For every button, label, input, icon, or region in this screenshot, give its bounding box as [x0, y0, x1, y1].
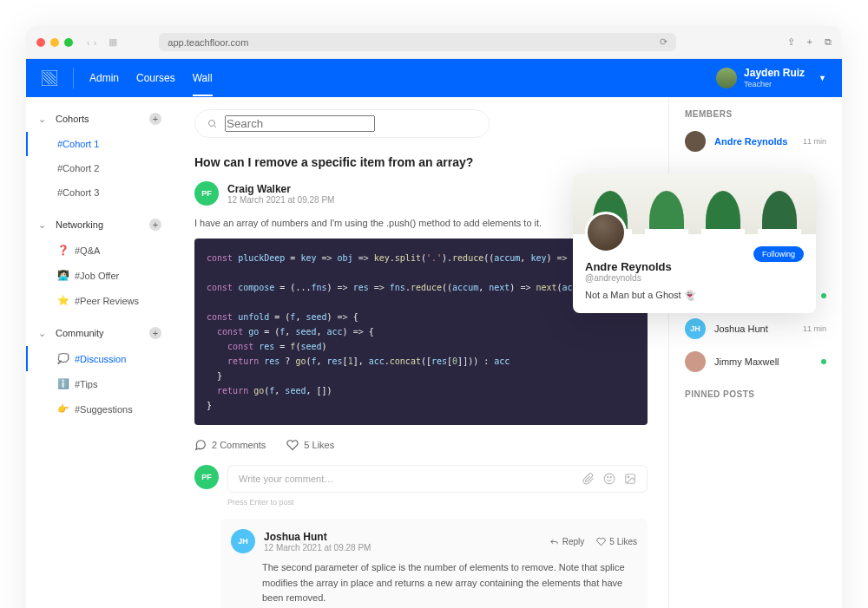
sidebar-item-suggestions[interactable]: 👉#Suggestions — [26, 396, 174, 422]
member-time: 11 min — [803, 137, 826, 146]
sidebar-section-community[interactable]: ⌄ Community + — [26, 320, 174, 346]
sidebar-item-qa[interactable]: ❓#Q&A — [26, 238, 174, 263]
forward-icon[interactable]: › — [94, 37, 97, 48]
user-menu[interactable]: Jayden Ruiz Teacher ▼ — [716, 67, 826, 88]
heart-icon — [286, 439, 299, 451]
app-topbar: Admin Courses Wall Jayden Ruiz Teacher ▼ — [26, 59, 842, 97]
popover-avatar[interactable] — [585, 212, 627, 253]
reply-date: 12 March 2021 at 09.28 PM — [264, 543, 371, 552]
member-row[interactable]: Jimmy Maxwell — [685, 351, 826, 372]
sidebar-section-cohorts[interactable]: ⌄ Cohorts + — [26, 106, 174, 132]
add-community-button[interactable]: + — [149, 327, 161, 339]
member-name: Andre Reynolds — [714, 136, 794, 147]
nav-admin[interactable]: Admin — [89, 60, 119, 96]
member-row[interactable]: JH Joshua Hunt 11 min — [685, 318, 826, 339]
member-row[interactable]: Andre Reynolds 11 min — [685, 131, 826, 152]
reply-likes[interactable]: 5 Likes — [596, 537, 637, 546]
chevron-down-icon: ▼ — [819, 74, 826, 82]
back-icon[interactable]: ‹ — [87, 37, 90, 48]
maximize-window-button[interactable] — [64, 38, 73, 47]
popover-handle: @andreynolds — [585, 273, 804, 283]
popover-bio: Not a Man but a Ghost 👻 — [585, 290, 804, 301]
sidebar-section-networking[interactable]: ⌄ Networking + — [26, 212, 174, 238]
comment-hint: Press Enter to post — [227, 498, 648, 507]
sidebar-item-tips[interactable]: ℹ️#Tips — [26, 371, 174, 396]
star-icon: ⭐ — [57, 295, 69, 306]
emoji-icon[interactable] — [603, 473, 615, 485]
reply-button[interactable]: Reply — [549, 537, 585, 546]
url-text: app.teachfloor.com — [168, 37, 248, 48]
likes-count[interactable]: 5 Likes — [286, 439, 334, 451]
comment-icon — [194, 439, 207, 451]
sidebar-item-job-offer[interactable]: 👩🏻‍💻#Job Offer — [26, 263, 174, 288]
svg-point-1 — [209, 120, 215, 126]
nav-courses[interactable]: Courses — [136, 60, 175, 96]
user-name: Jayden Ruiz — [744, 67, 805, 79]
attachment-icon[interactable] — [582, 473, 595, 485]
person-icon: 👩🏻‍💻 — [57, 270, 69, 281]
reply-author-name[interactable]: Joshua Hunt — [264, 531, 371, 543]
member-avatar — [685, 131, 706, 152]
add-cohort-button[interactable]: + — [149, 113, 161, 125]
post-author-avatar[interactable]: PF — [194, 181, 219, 206]
browser-titlebar: ‹ › ▦ app.teachfloor.com ⟳ ⇪ + ⧉ — [26, 26, 842, 59]
sidebar-item-cohort-2[interactable]: #Cohort 2 — [26, 156, 174, 180]
reply-author-avatar[interactable]: JH — [231, 529, 255, 553]
sidebar: ⌄ Cohorts + #Cohort 1 #Cohort 2 #Cohort … — [26, 97, 174, 608]
minimize-window-button[interactable] — [50, 38, 59, 47]
chevron-down-icon: ⌄ — [38, 114, 47, 125]
tabs-icon[interactable]: ⧉ — [825, 36, 832, 48]
reply-icon — [549, 537, 559, 546]
user-role: Teacher — [744, 80, 805, 89]
new-tab-icon[interactable]: + — [807, 36, 812, 48]
chat-icon: 💭 — [57, 353, 69, 364]
popover-name: Andre Reynolds — [585, 260, 804, 273]
sidebar-item-cohort-3[interactable]: #Cohort 3 — [26, 180, 174, 205]
sidebar-item-peer-reviews[interactable]: ⭐#Peer Reviews — [26, 288, 174, 313]
svg-point-3 — [608, 477, 608, 478]
search-field[interactable] — [225, 115, 375, 132]
info-icon: ℹ️ — [57, 378, 69, 389]
sidebar-item-discussion[interactable]: 💭#Discussion — [26, 346, 174, 371]
online-indicator — [821, 359, 826, 364]
member-name: Joshua Hunt — [714, 324, 794, 334]
post-title: How can I remove a specific item from an… — [194, 155, 648, 169]
svg-point-6 — [628, 476, 629, 478]
svg-point-4 — [610, 477, 611, 478]
profile-popover: Following Andre Reynolds @andreynolds No… — [573, 173, 816, 313]
follow-button[interactable]: Following — [753, 246, 804, 262]
user-avatar — [716, 68, 737, 88]
post-date: 12 March 2021 at 09.28 PM — [227, 195, 334, 205]
share-icon[interactable]: ⇪ — [787, 36, 795, 48]
member-name: Jimmy Maxwell — [714, 356, 812, 367]
member-avatar: JH — [685, 318, 706, 339]
member-avatar — [685, 351, 706, 372]
heart-icon — [596, 537, 606, 546]
members-title: MEMBERS — [685, 109, 826, 119]
nav-wall[interactable]: Wall — [193, 60, 213, 96]
search-input[interactable] — [194, 109, 490, 138]
url-bar[interactable]: app.teachfloor.com ⟳ — [159, 33, 675, 51]
member-time: 11 min — [803, 324, 826, 333]
pinned-posts-title: PINNED POSTS — [685, 389, 826, 399]
chevron-down-icon: ⌄ — [38, 328, 47, 339]
app-logo — [42, 70, 57, 86]
svg-point-2 — [604, 474, 615, 484]
sidebar-item-cohort-1[interactable]: #Cohort 1 — [26, 132, 174, 156]
comment-input[interactable] — [227, 465, 648, 493]
point-icon: 👉 — [57, 403, 69, 415]
reply-card: JH Joshua Hunt 12 March 2021 at 09.28 PM… — [220, 519, 648, 608]
close-window-button[interactable] — [36, 38, 45, 47]
comments-count[interactable]: 2 Comments — [194, 439, 266, 451]
sidebar-toggle-icon[interactable]: ▦ — [108, 36, 117, 48]
question-icon: ❓ — [57, 245, 69, 256]
add-networking-button[interactable]: + — [149, 219, 161, 231]
online-indicator — [821, 293, 826, 298]
reply-text: The second parameter of splice is the nu… — [262, 560, 637, 606]
refresh-icon[interactable]: ⟳ — [660, 36, 667, 48]
post-author-name[interactable]: Craig Walker — [227, 183, 334, 195]
image-icon[interactable] — [624, 473, 636, 485]
chevron-down-icon: ⌄ — [38, 219, 47, 231]
search-icon — [207, 119, 218, 129]
comment-field[interactable] — [239, 474, 574, 484]
